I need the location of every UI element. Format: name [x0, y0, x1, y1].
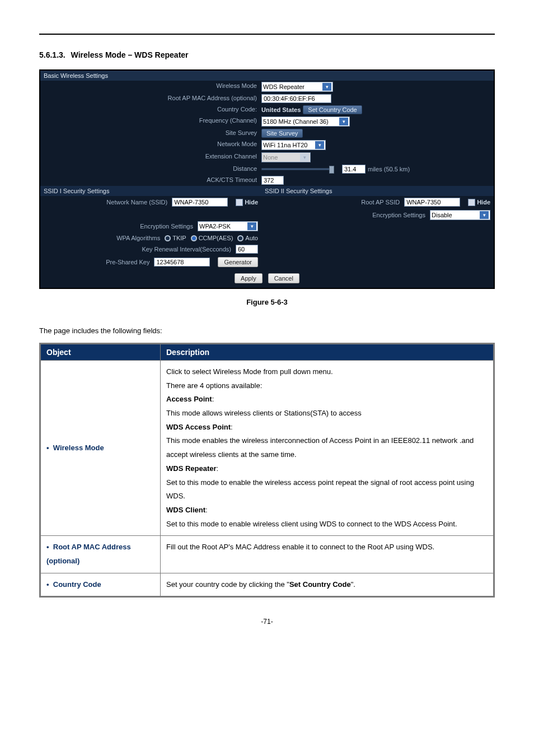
root-ap-mac-input[interactable] — [261, 94, 331, 103]
psk-input[interactable] — [154, 258, 210, 267]
page-number: -71- — [39, 618, 495, 626]
distance-unit: miles (50.5 km) — [368, 166, 410, 172]
frequency-value: 5180 MHz (Channel 36) — [263, 118, 329, 125]
set-country-code-button[interactable]: Set Country Code — [303, 105, 362, 114]
label-key-renewal: Key Renewal Interval(Secconds) — [44, 246, 236, 253]
key-renewal-input[interactable] — [236, 245, 258, 254]
label-wireless-mode: Wireless Mode — [40, 81, 261, 93]
hide-ssid2-label: Hide — [477, 199, 490, 206]
table-row: • Wireless Mode Click to select Wireless… — [40, 361, 494, 536]
extension-channel-value: None — [263, 154, 278, 161]
desc-root-ap-mac: Fill out the Root AP's MAC Address enabl… — [161, 536, 494, 573]
intro-text: The page includes the following fields: — [39, 326, 495, 335]
header-object: Object — [40, 344, 161, 361]
object-country-code: • Country Code — [40, 573, 161, 597]
label-wpa-algorithms: WPA Algorithms — [44, 235, 165, 241]
ssid2-settings: Root AP SSID Hide Encryption Settings Di… — [261, 196, 494, 269]
ssid1-section-title: SSID I Security Settings — [40, 186, 261, 196]
section-heading: 5.6.1.3. Wireless Mode – WDS Repeater — [39, 50, 495, 59]
label-frequency: Frequency (Channel) — [40, 115, 261, 128]
label-network-mode: Network Mode — [40, 139, 261, 151]
object-wireless-mode: • Wireless Mode — [40, 361, 161, 536]
ssid2-section-title: SSID II Security Settings — [261, 186, 494, 196]
chevron-down-icon: ▾ — [247, 222, 256, 230]
network-mode-select[interactable]: WiFi 11na HT20 ▾ — [261, 140, 326, 150]
header-description: Description — [161, 344, 494, 361]
country-code-value: United States — [261, 106, 301, 113]
label-distance: Distance — [40, 164, 261, 175]
label-extension-channel: Extension Channel — [40, 151, 261, 164]
heading-title: Wireless Mode – WDS Repeater — [71, 50, 189, 59]
wireless-mode-value: WDS Repeater — [263, 83, 305, 90]
root-ap-ssid-input[interactable] — [404, 198, 460, 207]
label-root-ap-ssid: Root AP SSID — [265, 199, 404, 206]
chevron-down-icon: ▾ — [480, 211, 489, 219]
label-encryption-settings-ssid2: Encryption Settings — [265, 212, 430, 218]
tkip-radio[interactable] — [165, 235, 171, 241]
chevron-down-icon: ▾ — [315, 141, 324, 149]
auto-radio[interactable] — [237, 235, 243, 241]
apply-button[interactable]: Apply — [235, 273, 263, 283]
wireless-mode-select[interactable]: WDS Repeater ▾ — [261, 82, 333, 92]
frequency-select[interactable]: 5180 MHz (Channel 36) ▾ — [261, 116, 350, 127]
label-ack: ACK/CTS Timeout — [40, 175, 261, 186]
ccmp-label: CCMP(AES) — [199, 235, 233, 241]
extension-channel-select: None ▾ — [261, 152, 311, 162]
encryption-value-ssid2: Disable — [432, 212, 452, 218]
hide-ssid1-label: Hide — [245, 199, 258, 206]
encryption-select-ssid2[interactable]: Disable ▾ — [430, 210, 490, 220]
ssid1-settings: Network Name (SSID) Hide Encryption Sett… — [40, 196, 261, 269]
label-site-survey: Site Survey — [40, 128, 261, 139]
chevron-down-icon: ▾ — [300, 153, 309, 161]
cancel-button[interactable]: Cancel — [268, 273, 299, 283]
label-encryption-settings: Encryption Settings — [44, 223, 198, 230]
tkip-label: TKIP — [172, 235, 186, 241]
table-row: • Root AP MAC Address (optional) Fill ou… — [40, 536, 494, 573]
site-survey-button[interactable]: Site Survey — [261, 129, 303, 138]
network-mode-value: WiFi 11na HT20 — [263, 142, 307, 148]
ack-input[interactable] — [261, 176, 284, 185]
chevron-down-icon: ▾ — [339, 118, 348, 125]
distance-input[interactable] — [342, 165, 366, 174]
desc-country-code: Set your country code by clicking the "S… — [161, 573, 494, 597]
object-root-ap-mac: • Root AP MAC Address (optional) — [40, 536, 161, 573]
label-root-ap-mac: Root AP MAC Address (optional) — [40, 93, 261, 104]
hide-ssid1-checkbox[interactable] — [236, 199, 243, 206]
encryption-value-ssid1: WPA2-PSK — [199, 223, 231, 230]
chevron-down-icon: ▾ — [322, 83, 331, 91]
section-title-basic: Basic Wireless Settings — [40, 71, 494, 81]
hide-ssid2-checkbox[interactable] — [468, 199, 475, 206]
generator-button[interactable]: Generator — [218, 257, 258, 267]
table-row: • Country Code Set your country code by … — [40, 573, 494, 597]
network-name-input[interactable] — [172, 198, 228, 207]
basic-wireless-settings-panel: Basic Wireless Settings Wireless Mode WD… — [39, 69, 495, 289]
desc-wireless-mode: Click to select Wireless Mode from pull … — [161, 361, 494, 536]
ccmp-radio[interactable] — [191, 235, 197, 241]
auto-label: Auto — [245, 235, 258, 241]
top-rule — [39, 34, 495, 35]
label-country-code: Country Code: — [40, 104, 261, 115]
figure-caption: Figure 5-6-3 — [39, 298, 495, 306]
fields-description-table: Object Description • Wireless Mode Click… — [39, 343, 495, 598]
encryption-select-ssid1[interactable]: WPA2-PSK ▾ — [198, 221, 258, 231]
label-psk: Pre-Shared Key — [44, 259, 154, 265]
label-network-name: Network Name (SSID) — [44, 199, 172, 206]
distance-slider[interactable] — [261, 168, 334, 170]
heading-number: 5.6.1.3. — [39, 50, 65, 59]
slider-handle[interactable] — [329, 166, 334, 174]
